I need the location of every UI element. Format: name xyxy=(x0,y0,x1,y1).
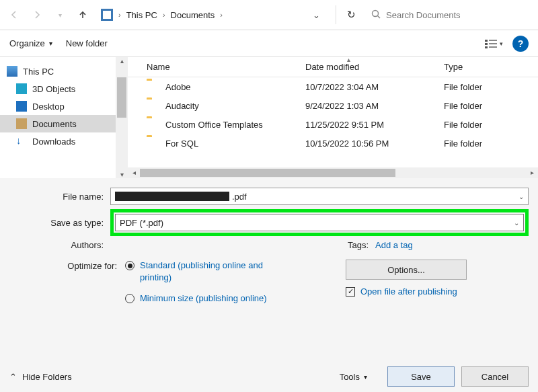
file-type: File folder xyxy=(444,82,511,92)
breadcrumb[interactable]: › This PC › Documents › ⌄ xyxy=(97,5,328,25)
save-as-type-highlight: PDF (*.pdf) ⌄ xyxy=(110,209,529,236)
chevron-down-icon: ⌄ xyxy=(514,219,519,227)
scroll-right-icon: ▸ xyxy=(526,167,538,178)
chevron-right-icon: › xyxy=(217,11,225,19)
save-button[interactable]: Save xyxy=(387,366,455,387)
column-header-name[interactable]: Name xyxy=(147,62,305,72)
add-tag-link[interactable]: Add a tag xyxy=(375,240,413,250)
save-as-type-label: Save as type: xyxy=(9,218,110,228)
file-name-obscured xyxy=(115,192,229,201)
table-row[interactable]: Audacity9/24/2022 1:03 AMFile folder xyxy=(128,96,538,115)
search-icon xyxy=(371,9,381,21)
svg-rect-1 xyxy=(485,40,488,42)
radio-icon xyxy=(125,261,134,270)
tree-item-documents[interactable]: Documents xyxy=(0,115,128,132)
authors-label: Authors: xyxy=(9,240,110,250)
file-name: For SQL xyxy=(165,139,305,149)
optimize-for-label: Optimize for: xyxy=(9,260,124,314)
refresh-button[interactable]: ↻ xyxy=(340,9,362,21)
breadcrumb-item[interactable]: Documents xyxy=(171,10,215,20)
file-name-label: File name: xyxy=(9,192,110,202)
chevron-down-icon: ▾ xyxy=(364,373,367,381)
nav-back-button[interactable] xyxy=(4,5,24,25)
nav-forward-button[interactable] xyxy=(27,5,47,25)
breadcrumb-dropdown[interactable]: ⌄ xyxy=(309,10,323,20)
table-row[interactable]: For SQL10/15/2022 10:56 PMFile folder xyxy=(128,134,538,153)
file-name: Custom Office Templates xyxy=(165,120,305,130)
open-after-publishing-checkbox[interactable]: ✓ Open file after publishing xyxy=(346,286,529,297)
svg-rect-6 xyxy=(489,46,497,48)
svg-rect-4 xyxy=(489,40,497,41)
file-name-input[interactable]: .pdf ⌄ xyxy=(110,188,529,205)
navigation-tree: This PC 3D Objects Desktop Documents ↓ D… xyxy=(0,57,128,178)
scroll-up-icon: ▴ xyxy=(116,57,128,65)
new-folder-button[interactable]: New folder xyxy=(66,38,108,48)
optimize-standard-radio[interactable]: Standard (publishing online and printing… xyxy=(125,260,274,283)
file-list: ▴ Name Date modified Type Adobe10/7/2022… xyxy=(128,57,538,178)
hide-folders-button[interactable]: ⌃ Hide Folders xyxy=(9,372,72,382)
folder-icon xyxy=(147,118,160,130)
tree-item-this-pc[interactable]: This PC xyxy=(0,63,128,80)
nav-recent-dropdown[interactable]: ▾ xyxy=(50,5,70,25)
change-view-button[interactable]: ▾ xyxy=(482,35,506,52)
scrollbar-thumb[interactable] xyxy=(140,169,395,177)
search-input[interactable]: Search Documents xyxy=(366,5,534,25)
folder-icon xyxy=(147,100,160,112)
svg-rect-3 xyxy=(485,46,488,48)
cancel-button[interactable]: Cancel xyxy=(461,366,529,387)
file-name: Adobe xyxy=(165,82,305,92)
download-icon: ↓ xyxy=(16,136,27,147)
tree-item-desktop[interactable]: Desktop xyxy=(0,97,128,115)
options-button[interactable]: Options... xyxy=(346,260,467,280)
organize-menu[interactable]: Organize ▾ xyxy=(9,38,52,48)
file-name: Audacity xyxy=(165,101,305,111)
folder-icon xyxy=(147,137,160,149)
save-as-type-select[interactable]: PDF (*.pdf) ⌄ xyxy=(115,214,524,231)
horizontal-scrollbar[interactable]: ◂ ▸ xyxy=(128,167,538,178)
chevron-right-icon: › xyxy=(160,11,168,19)
sidebar-scrollbar[interactable]: ▴ ▾ xyxy=(116,57,128,178)
file-date: 11/25/2022 9:51 PM xyxy=(305,120,444,130)
file-date: 9/24/2022 1:03 AM xyxy=(305,101,444,111)
chevron-up-icon: ⌃ xyxy=(9,372,17,382)
radio-icon xyxy=(125,294,134,303)
chevron-down-icon: ⌄ xyxy=(518,193,524,200)
tree-item-3d-objects[interactable]: 3D Objects xyxy=(0,80,128,97)
documents-icon xyxy=(16,118,27,129)
tree-item-downloads[interactable]: ↓ Downloads xyxy=(0,132,128,150)
optimize-minimum-radio[interactable]: Minimum size (publishing online) xyxy=(125,292,274,305)
folder-icon xyxy=(147,81,160,93)
file-date: 10/7/2022 3:04 AM xyxy=(305,82,444,92)
scroll-down-icon: ▾ xyxy=(116,171,128,178)
svg-point-0 xyxy=(373,10,379,16)
file-type: File folder xyxy=(444,139,511,149)
table-row[interactable]: Custom Office Templates11/25/2022 9:51 P… xyxy=(128,115,538,134)
scrollbar-thumb[interactable] xyxy=(117,77,126,118)
file-type: File folder xyxy=(444,120,511,130)
svg-rect-5 xyxy=(489,43,497,44)
chevron-down-icon: ▾ xyxy=(49,40,52,47)
column-header-date[interactable]: Date modified xyxy=(305,62,444,72)
file-date: 10/15/2022 10:56 PM xyxy=(305,139,444,149)
tags-label: Tags: xyxy=(346,240,375,250)
search-placeholder: Search Documents xyxy=(386,10,461,20)
checkbox-icon: ✓ xyxy=(346,287,355,297)
nav-up-button[interactable] xyxy=(73,5,93,25)
3d-objects-icon xyxy=(16,83,27,94)
file-type: File folder xyxy=(444,101,511,111)
tools-menu[interactable]: Tools ▾ xyxy=(340,372,367,382)
chevron-right-icon: › xyxy=(116,11,124,19)
sort-indicator-icon: ▴ xyxy=(347,56,350,63)
help-button[interactable]: ? xyxy=(512,36,529,52)
breadcrumb-item[interactable]: This PC xyxy=(126,10,157,20)
desktop-icon xyxy=(16,101,27,112)
scroll-left-icon: ◂ xyxy=(128,167,140,178)
table-row[interactable]: Adobe10/7/2022 3:04 AMFile folder xyxy=(128,77,538,96)
documents-path-icon xyxy=(101,9,113,21)
pc-icon xyxy=(7,66,17,77)
svg-rect-2 xyxy=(485,43,488,45)
column-header-type[interactable]: Type xyxy=(444,62,511,72)
